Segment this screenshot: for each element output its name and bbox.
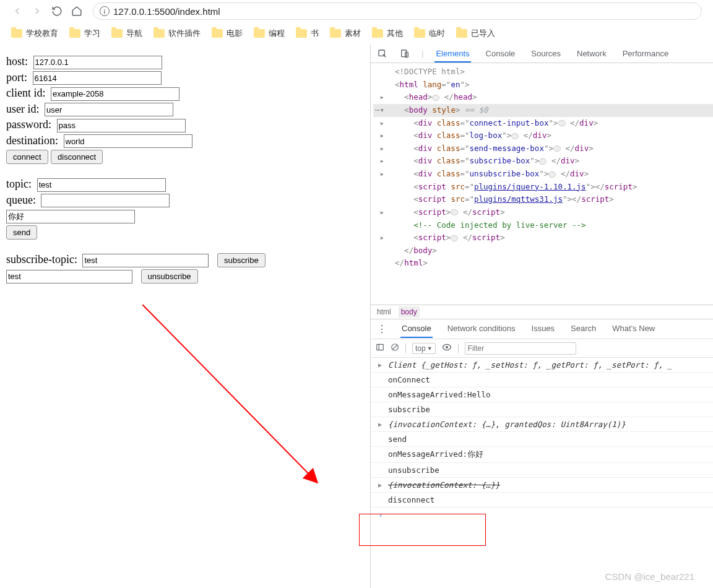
port-input[interactable] (33, 71, 162, 85)
unsubscribe-button[interactable]: unsubscribe (141, 269, 198, 283)
back-button[interactable] (11, 5, 24, 17)
bookmarks-bar: 学校教育学习导航软件插件电影编程书素材其他临时已导入 (0, 22, 713, 45)
bookmark-label: 软件插件 (168, 28, 201, 39)
context-dropdown[interactable]: top ▼ (412, 343, 436, 354)
annotation-arrow (142, 305, 365, 490)
url-text: 127.0.0.1:5500/index.html (113, 6, 695, 17)
drawer-tab[interactable]: What's New (611, 320, 656, 338)
send-button[interactable]: send (6, 225, 37, 240)
svg-line-0 (142, 305, 316, 481)
userid-input[interactable] (45, 103, 173, 116)
clientid-label: client id: (6, 87, 45, 99)
password-input[interactable] (57, 119, 186, 132)
elements-panel[interactable]: <!DOCTYPE html> <html lang="en">▸ <head>… (371, 63, 713, 305)
reload-button[interactable] (51, 5, 63, 17)
clientid-input[interactable] (51, 87, 179, 101)
bookmark-item[interactable]: 已导入 (456, 28, 495, 39)
crumb-item[interactable]: html (377, 308, 391, 316)
console-sidebar-toggle-icon[interactable] (376, 343, 384, 353)
console-row[interactable]: disconnect (371, 493, 713, 508)
bookmark-label: 学校教育 (26, 28, 58, 39)
bookmark-item[interactable]: 书 (296, 28, 319, 39)
svg-rect-4 (377, 344, 384, 350)
bookmark-item[interactable]: 导航 (111, 28, 142, 39)
bookmark-item[interactable]: 学校教育 (11, 28, 58, 39)
host-label: host: (6, 55, 28, 67)
console-prompt[interactable]: › (371, 508, 713, 522)
inspect-icon[interactable] (377, 48, 388, 59)
disconnect-button[interactable]: disconnect (51, 150, 103, 164)
console-row[interactable]: ▶Client {_getHost: ƒ, _setHost: ƒ, _getP… (371, 358, 713, 373)
userid-label: user id: (6, 103, 40, 115)
drawer-tab[interactable]: Issues (530, 320, 556, 338)
console-output[interactable]: ▶Client {_getHost: ƒ, _setHost: ƒ, _getP… (371, 358, 713, 588)
bookmark-item[interactable]: 学习 (69, 28, 100, 39)
console-row[interactable]: subscribe (371, 402, 713, 417)
folder-icon (296, 29, 307, 38)
devtools-tab[interactable]: Network (576, 45, 608, 63)
topic-input[interactable] (37, 178, 166, 192)
message-input[interactable] (6, 210, 135, 223)
bookmark-item[interactable]: 其他 (372, 28, 403, 39)
folder-icon (111, 29, 123, 38)
bookmark-item[interactable]: 素材 (330, 28, 361, 39)
bookmark-label: 导航 (126, 28, 142, 39)
svg-point-6 (446, 346, 448, 348)
bookmark-label: 其他 (387, 28, 403, 39)
svg-rect-2 (402, 50, 407, 57)
console-row[interactable]: onMessageArrived:Hello (371, 387, 713, 402)
destination-input[interactable] (64, 134, 192, 148)
drawer-tabs: ⋮ ConsoleNetwork conditionsIssuesSearchW… (371, 319, 713, 339)
folder-icon (456, 29, 467, 38)
bookmark-item[interactable]: 电影 (212, 28, 243, 39)
devtools-tabs: | ElementsConsoleSourcesNetworkPerforman… (371, 45, 713, 63)
crumb-item[interactable]: body (399, 306, 420, 318)
console-row[interactable]: ▶{invocationContext: {…}, grantedQos: Ui… (371, 417, 713, 432)
drawer-tab[interactable]: Network conditions (446, 320, 517, 338)
bookmark-label: 临时 (429, 28, 445, 39)
destination-label: destination: (6, 134, 58, 147)
console-filter-input[interactable] (465, 342, 576, 355)
breadcrumb[interactable]: htmlbody (371, 305, 713, 319)
home-button[interactable] (71, 5, 83, 17)
forward-button[interactable] (31, 5, 43, 17)
bookmark-label: 学习 (84, 28, 100, 39)
topic-label: topic: (6, 178, 32, 190)
host-input[interactable] (33, 56, 162, 69)
bookmark-label: 已导入 (471, 28, 495, 39)
devtools-tab[interactable]: Elements (434, 45, 470, 63)
folder-icon (153, 29, 165, 38)
devtools-tab[interactable]: Performance (621, 45, 670, 63)
console-row[interactable]: ▶{invocationContext: {…}} (371, 478, 713, 493)
site-info-icon[interactable]: i (100, 6, 110, 16)
folder-icon (414, 29, 425, 38)
devtools-tab[interactable]: Sources (530, 45, 562, 63)
bookmark-item[interactable]: 编程 (254, 28, 285, 39)
bookmark-item[interactable]: 临时 (414, 28, 445, 39)
queue-label: queue: (6, 194, 36, 206)
password-label: password: (6, 118, 51, 131)
unsubtopic-input[interactable] (6, 270, 132, 283)
device-toggle-icon[interactable] (399, 48, 410, 59)
console-row[interactable]: send (371, 432, 713, 447)
drawer-tab[interactable]: Search (569, 320, 597, 338)
connect-button[interactable]: connect (6, 150, 48, 164)
clear-console-icon[interactable] (391, 343, 399, 353)
drawer-tab[interactable]: Console (400, 320, 433, 338)
console-row[interactable]: unsubscribe (371, 463, 713, 478)
subtopic-input[interactable] (82, 254, 209, 267)
bookmark-label: 书 (311, 28, 319, 39)
console-row[interactable]: onMessageArrived:你好 (371, 447, 713, 463)
queue-input[interactable] (41, 194, 170, 207)
bookmark-item[interactable]: 软件插件 (153, 28, 201, 39)
console-controls: top ▼ (371, 339, 713, 358)
folder-icon (11, 29, 22, 38)
devtools-tab[interactable]: Console (485, 45, 517, 63)
address-bar[interactable]: i 127.0.0.1:5500/index.html (93, 2, 702, 20)
page-body: host: port: client id: user id: password… (0, 45, 370, 588)
console-row[interactable]: onConnect (371, 373, 713, 387)
watermark: CSDN @ice_bear221 (605, 571, 694, 582)
subtopic-label: subscribe-topic: (6, 253, 77, 266)
live-expression-icon[interactable] (442, 342, 452, 354)
subscribe-button[interactable]: subscribe (217, 253, 266, 267)
